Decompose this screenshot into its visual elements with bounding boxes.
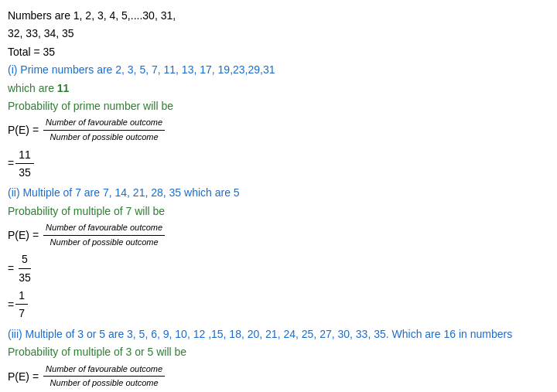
part-i-pe-line: P(E) = Number of favourable outcome Numb… — [8, 116, 549, 144]
part-ii-equals1: = — [8, 260, 14, 277]
part-ii-description: Multiple of 7 are 7, 14, 21, 28, 35 whic… — [22, 186, 239, 199]
part-i-description: Prime numbers are 2, 3, 5, 7, 11, 13, 17… — [20, 63, 275, 76]
part-ii-header: (ii) Multiple of 7 are 7, 14, 21, 28, 35… — [8, 184, 549, 201]
part-ii-result-den: 35 — [15, 269, 34, 286]
part-iii-frac-den: Number of possible outcome — [48, 377, 161, 390]
part-iii-pe-line: P(E) = Number of favourable outcome Numb… — [8, 363, 549, 390]
part-ii-simplified-den: 7 — [15, 305, 28, 322]
part-ii-pe-label: P(E) = — [8, 227, 39, 244]
part-i-prob-text: Probability of prime number will be — [8, 97, 549, 114]
part-ii-simplified-num: 1 — [15, 287, 28, 305]
part-i-pe-label: P(E) = — [8, 121, 39, 138]
part-i-label: (i) — [8, 63, 20, 76]
intro-line1: Numbers are 1, 2, 3, 4, 5,....30, 31, — [8, 7, 549, 24]
part-ii-label: (ii) — [8, 186, 22, 199]
part-i-which-text: which are — [8, 82, 57, 94]
part-i-result-num: 11 — [15, 146, 34, 164]
part-ii-frac-num: Number of favourable outcome — [43, 221, 165, 236]
part-ii-formula-fraction: Number of favourable outcome Number of p… — [43, 221, 165, 249]
part-ii-equals2: = — [8, 296, 14, 313]
part-i-result-den: 35 — [15, 164, 34, 181]
part-iii-description: Multiple of 3 or 5 are 3, 5, 6, 9, 10, 1… — [26, 328, 513, 340]
part-ii-result1: = 5 35 — [8, 251, 549, 286]
page-content: Numbers are 1, 2, 3, 4, 5,....30, 31, 32… — [8, 7, 549, 392]
part-i-formula-fraction: Number of favourable outcome Number of p… — [43, 116, 165, 144]
part-ii-pe-line: P(E) = Number of favourable outcome Numb… — [8, 221, 549, 249]
part-iii-formula-fraction: Number of favourable outcome Number of p… — [43, 363, 165, 390]
part-ii-prob-text: Probability of multiple of 7 will be — [8, 203, 549, 220]
part-i-which-are: which are 11 — [8, 80, 549, 97]
part-i-result-fraction: 11 35 — [15, 146, 34, 182]
part-ii-frac-den: Number of possible outcome — [48, 236, 161, 250]
part-i-count: 11 — [57, 82, 70, 94]
part-i-frac-num: Number of favourable outcome — [43, 116, 165, 131]
part-iii-label: (iii) — [8, 328, 26, 340]
part-i-result: = 11 35 — [8, 146, 549, 182]
part-iii-pe-label: P(E) = — [8, 368, 39, 385]
intro-total: Total = 35 — [8, 43, 549, 60]
part-iii-frac-num: Number of favourable outcome — [43, 363, 165, 377]
part-ii-result-fraction1: 5 35 — [15, 251, 34, 286]
part-iii-header: (iii) Multiple of 3 or 5 are 3, 5, 6, 9,… — [8, 326, 549, 343]
part-iii-prob-text: Probability of multiple of 3 or 5 will b… — [8, 343, 549, 360]
part-i-frac-den: Number of possible outcome — [48, 131, 161, 145]
part-i-equals: = — [8, 155, 14, 172]
part-ii-result-num: 5 — [19, 251, 31, 268]
part-ii-result2: = 1 7 — [8, 287, 549, 322]
intro-line2: 32, 33, 34, 35 — [8, 25, 549, 42]
part-ii-result-fraction2: 1 7 — [15, 287, 28, 322]
part-i-header: (i) Prime numbers are 2, 3, 5, 7, 11, 13… — [8, 61, 549, 78]
